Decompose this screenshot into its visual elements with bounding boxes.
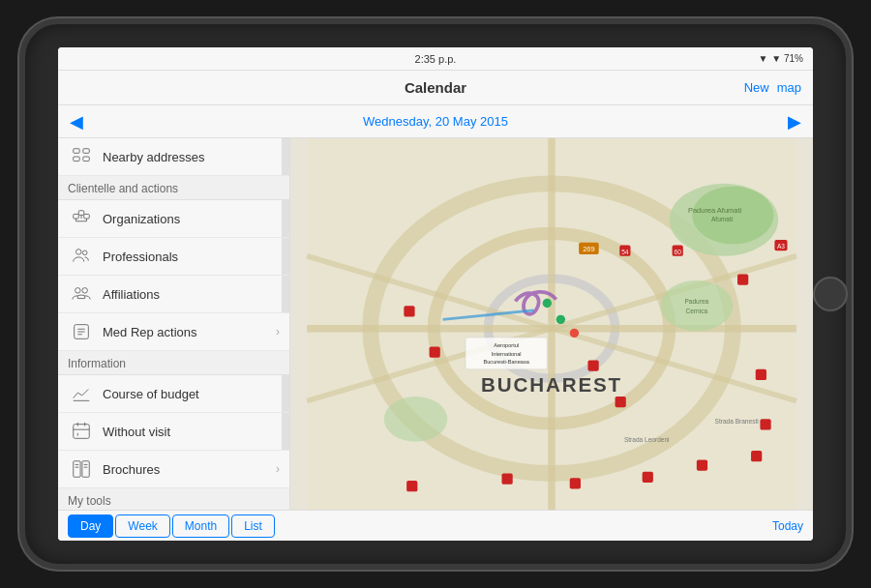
svg-text:Padurea Afumati: Padurea Afumati (688, 206, 742, 215)
svg-point-46 (384, 397, 448, 442)
svg-text:Strada Leordeni: Strada Leordeni (624, 436, 670, 443)
svg-text:Strada Branesti: Strada Branesti (715, 418, 760, 425)
organizations-icon (68, 208, 95, 229)
map-area[interactable]: Padurea Afumati Afumati Padurea Cernica … (290, 138, 813, 510)
svg-point-71 (543, 299, 552, 308)
map-button[interactable]: map (777, 80, 801, 95)
svg-point-11 (76, 250, 82, 255)
calendar-bar: Day Week Month List Today (58, 510, 813, 541)
section-information: Information (58, 351, 289, 375)
svg-rect-3 (83, 157, 89, 162)
svg-text:International: International (492, 351, 522, 357)
svg-text:60: 60 (675, 249, 682, 255)
next-date-button[interactable]: ▶ (788, 111, 801, 132)
svg-rect-60 (430, 346, 440, 357)
svg-point-43 (660, 280, 733, 331)
section-clientelle: Clientelle and actions (58, 176, 289, 200)
svg-text:Padurea: Padurea (684, 298, 708, 305)
svg-text:54: 54 (621, 249, 629, 255)
sidebar-item-med-rep[interactable]: Med Rep actions › (58, 313, 289, 351)
course-budget-icon (68, 383, 95, 404)
svg-rect-6 (84, 214, 90, 219)
affiliations-icon (68, 283, 95, 305)
course-budget-label: Course of budget (103, 387, 280, 401)
section-mytools: My tools (58, 488, 289, 510)
svg-point-72 (556, 315, 565, 324)
svg-rect-70 (587, 360, 598, 370)
med-rep-label: Med Rep actions (103, 325, 276, 339)
svg-rect-25 (74, 461, 80, 478)
sidebar-item-course-budget[interactable]: Course of budget (58, 375, 289, 413)
svg-rect-20 (74, 425, 90, 439)
ipad-device: 2:35 p.p. ▼ ▼ 71% Calendar New map ◀ Wed… (19, 18, 852, 570)
tab-list[interactable]: List (231, 514, 275, 538)
svg-rect-64 (643, 472, 653, 483)
svg-point-40 (692, 187, 773, 245)
svg-rect-2 (74, 157, 79, 162)
professionals-label: Professionals (103, 250, 280, 264)
svg-point-14 (82, 288, 88, 294)
svg-point-73 (570, 329, 579, 338)
med-rep-chevron: › (276, 325, 280, 338)
svg-text:Bucuresti-Baneasa: Bucuresti-Baneasa (483, 359, 529, 365)
tab-month[interactable]: Month (172, 514, 229, 538)
brochures-label: Brochures (103, 462, 276, 477)
date-nav: ◀ Wednesday, 20 May 2015 ▶ (58, 105, 813, 138)
sidebar-item-without-visit[interactable]: Without visit (58, 413, 289, 451)
svg-rect-4 (74, 214, 79, 219)
current-date: Wednesday, 20 May 2015 (363, 114, 508, 129)
svg-rect-62 (501, 474, 512, 485)
main-content: Nearby addresses Clientelle and actions … (58, 138, 813, 510)
svg-text:269: 269 (583, 245, 595, 253)
svg-rect-0 (74, 149, 79, 154)
svg-rect-58 (737, 274, 748, 284)
svg-rect-61 (406, 481, 417, 491)
svg-text:Afumati: Afumati (711, 216, 734, 222)
svg-rect-1 (83, 149, 89, 154)
new-button[interactable]: New (744, 80, 769, 95)
sidebar-item-organizations[interactable]: Organizations (58, 200, 289, 238)
med-rep-icon (68, 321, 95, 342)
svg-rect-69 (616, 397, 626, 407)
without-visit-icon (68, 421, 95, 442)
without-visit-label: Without visit (103, 425, 280, 439)
organizations-label: Organizations (103, 212, 280, 226)
sidebar: Nearby addresses Clientelle and actions … (58, 138, 290, 510)
status-bar: 2:35 p.p. ▼ ▼ 71% (58, 47, 813, 71)
svg-point-12 (82, 250, 87, 255)
svg-rect-66 (751, 451, 762, 461)
page-title: Calendar (405, 79, 466, 96)
sidebar-item-brochures[interactable]: Brochures › (58, 451, 289, 488)
svg-rect-65 (697, 459, 707, 470)
nearby-label: Nearby addresses (103, 150, 280, 164)
nearby-icon (68, 146, 95, 167)
screen: 2:35 p.p. ▼ ▼ 71% Calendar New map ◀ Wed… (58, 47, 813, 541)
battery-text: ▼ 71% (771, 53, 803, 64)
svg-rect-59 (404, 306, 414, 316)
svg-text:Cernica: Cernica (686, 308, 708, 314)
brochures-icon (68, 458, 95, 480)
svg-rect-63 (570, 478, 581, 488)
svg-text:Aeroportul: Aeroportul (494, 342, 519, 348)
svg-point-13 (75, 288, 81, 294)
today-button[interactable]: Today (772, 519, 803, 533)
sidebar-item-professionals[interactable]: Professionals (58, 238, 289, 276)
svg-rect-5 (78, 211, 84, 216)
status-icons: ▼ ▼ 71% (758, 53, 803, 64)
sidebar-item-affiliations[interactable]: Affiliations (58, 276, 289, 313)
brochures-chevron: › (276, 462, 280, 476)
calendar-tabs: Day Week Month List (68, 514, 275, 538)
home-button[interactable] (813, 277, 848, 311)
sidebar-item-nearby[interactable]: Nearby addresses (58, 138, 289, 176)
svg-rect-26 (82, 461, 89, 478)
prev-date-button[interactable]: ◀ (70, 111, 83, 132)
header: Calendar New map (58, 71, 813, 105)
tab-day[interactable]: Day (68, 514, 113, 538)
affiliations-label: Affiliations (103, 287, 280, 302)
svg-rect-68 (760, 419, 770, 429)
tab-week[interactable]: Week (115, 514, 169, 538)
header-actions: New map (744, 80, 801, 95)
svg-text:A3: A3 (777, 243, 785, 250)
professionals-icon (68, 246, 95, 267)
wifi-icon: ▼ (758, 53, 767, 64)
